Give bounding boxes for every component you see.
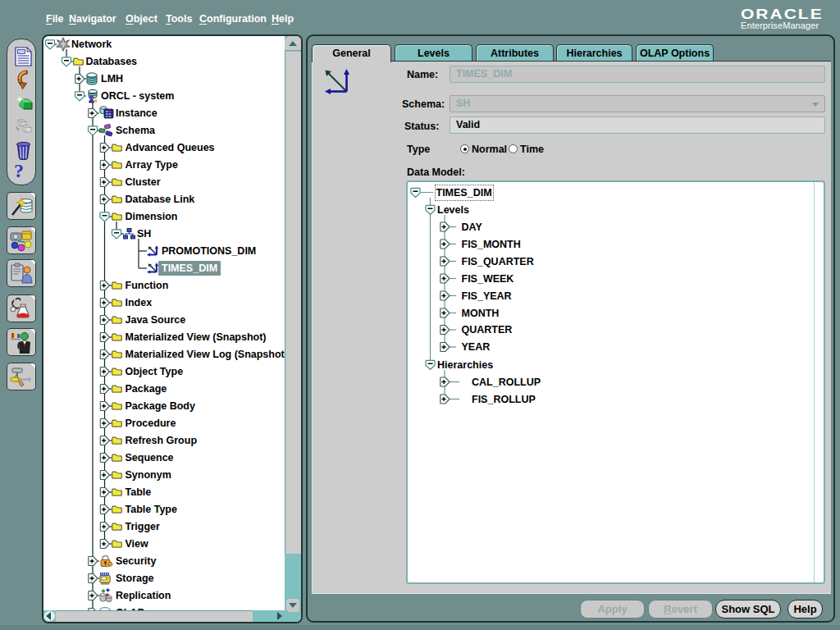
- svg-text:?: ?: [14, 160, 24, 181]
